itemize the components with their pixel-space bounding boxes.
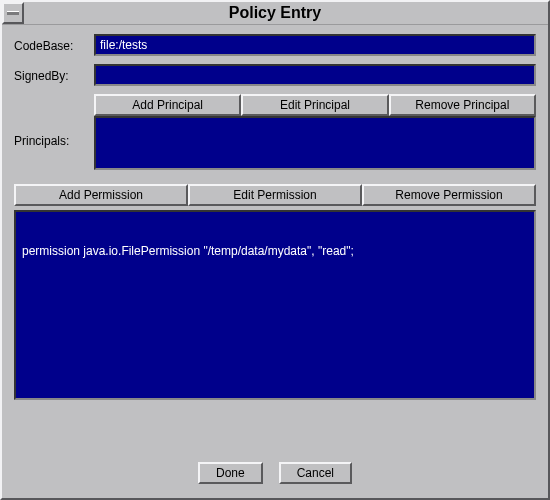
client-area: CodeBase: SignedBy: Add Principal Edit P… <box>2 24 548 498</box>
permission-item[interactable]: permission java.io.FilePermission "/temp… <box>22 244 528 258</box>
done-button[interactable]: Done <box>198 462 263 484</box>
principal-button-row: Add Principal Edit Principal Remove Prin… <box>94 94 536 116</box>
cancel-button[interactable]: Cancel <box>279 462 352 484</box>
principals-label: Principals: <box>14 116 94 148</box>
title-bar: Policy Entry <box>2 2 548 25</box>
system-menu-icon <box>7 11 19 15</box>
codebase-row: CodeBase: <box>14 34 536 56</box>
bottom-button-bar: Done Cancel <box>2 462 548 484</box>
principals-list[interactable] <box>94 116 536 170</box>
edit-permission-button[interactable]: Edit Permission <box>188 184 362 206</box>
signedby-row: SignedBy: <box>14 64 536 86</box>
signedby-input[interactable] <box>94 64 536 86</box>
remove-principal-button[interactable]: Remove Principal <box>389 94 536 116</box>
policy-entry-window: Policy Entry CodeBase: SignedBy: Add Pri… <box>0 0 550 500</box>
add-principal-button[interactable]: Add Principal <box>94 94 241 116</box>
principals-row: Principals: <box>14 116 536 170</box>
window-title: Policy Entry <box>24 4 548 22</box>
system-menu-button[interactable] <box>2 2 24 24</box>
codebase-input[interactable] <box>94 34 536 56</box>
add-permission-button[interactable]: Add Permission <box>14 184 188 206</box>
codebase-label: CodeBase: <box>14 37 94 53</box>
edit-principal-button[interactable]: Edit Principal <box>241 94 388 116</box>
signedby-label: SignedBy: <box>14 67 94 83</box>
remove-permission-button[interactable]: Remove Permission <box>362 184 536 206</box>
permissions-list[interactable]: permission java.io.FilePermission "/temp… <box>14 210 536 400</box>
permission-button-row: Add Permission Edit Permission Remove Pe… <box>14 184 536 206</box>
